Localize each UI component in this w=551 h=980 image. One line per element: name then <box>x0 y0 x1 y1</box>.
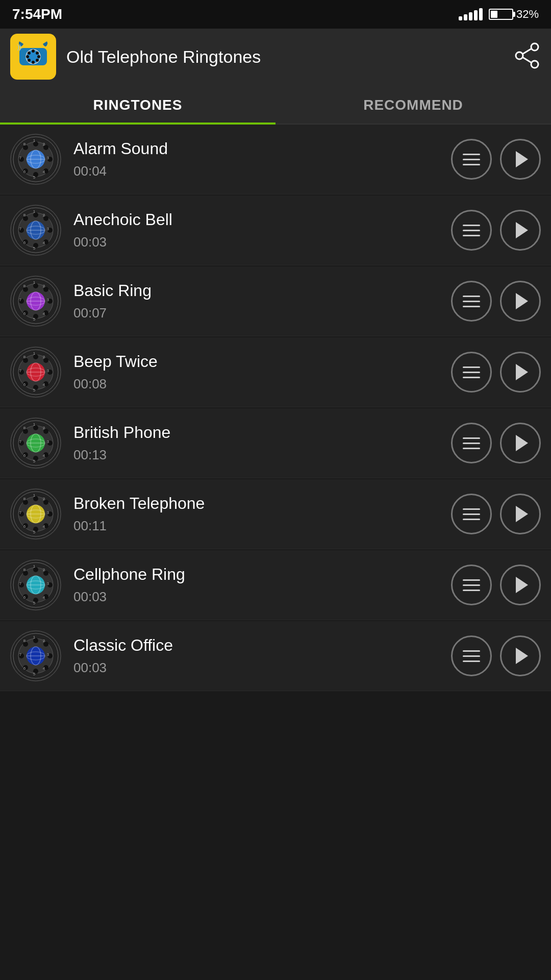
svg-point-7 <box>28 59 31 62</box>
svg-text:8: 8 <box>23 568 26 572</box>
ringtone-duration: 00:03 <box>73 234 451 250</box>
play-icon <box>516 151 528 167</box>
list-item: 1 2 3 4 5 6 7 8 Basic Ring 00:07 <box>0 266 551 336</box>
menu-icon <box>463 366 480 378</box>
svg-text:1: 1 <box>33 635 36 640</box>
menu-button[interactable] <box>451 494 492 534</box>
svg-text:3: 3 <box>47 156 49 160</box>
svg-text:3: 3 <box>47 227 49 231</box>
play-icon <box>516 222 528 238</box>
svg-text:4: 4 <box>43 382 45 387</box>
svg-text:5: 5 <box>33 388 36 393</box>
svg-text:4: 4 <box>43 524 45 529</box>
ringtone-duration: 00:03 <box>73 589 451 605</box>
ringtone-actions <box>451 281 541 322</box>
ringtone-duration: 00:13 <box>73 447 451 463</box>
svg-line-15 <box>522 48 532 54</box>
play-icon <box>516 435 528 451</box>
svg-text:5: 5 <box>33 672 36 676</box>
svg-text:8: 8 <box>23 142 26 146</box>
menu-icon <box>463 650 480 662</box>
svg-text:1: 1 <box>33 564 36 569</box>
svg-text:4: 4 <box>43 169 45 174</box>
ringtone-name: Alarm Sound <box>73 139 451 158</box>
svg-point-14 <box>531 61 538 68</box>
svg-point-9 <box>28 52 31 55</box>
svg-text:2: 2 <box>43 355 45 359</box>
play-button[interactable] <box>500 565 541 605</box>
play-button[interactable] <box>500 139 541 180</box>
battery-icon <box>489 9 513 20</box>
svg-text:1: 1 <box>33 422 36 427</box>
ringtone-duration: 00:11 <box>73 518 451 534</box>
play-button[interactable] <box>500 635 541 676</box>
ringtone-duration: 00:03 <box>73 660 451 676</box>
svg-text:8: 8 <box>23 284 26 288</box>
svg-point-13 <box>516 52 523 59</box>
svg-text:2: 2 <box>43 639 45 643</box>
app-title: Old Telephone Ringtones <box>66 47 261 67</box>
svg-text:2: 2 <box>43 142 45 146</box>
ringtone-actions <box>451 352 541 393</box>
svg-text:6: 6 <box>23 240 26 245</box>
svg-point-2 <box>32 50 35 53</box>
svg-text:8: 8 <box>23 639 26 643</box>
play-button[interactable] <box>500 352 541 393</box>
signal-icon <box>459 8 483 20</box>
svg-text:5: 5 <box>33 459 36 463</box>
ringtone-info: Alarm Sound 00:04 <box>61 139 451 179</box>
svg-text:7: 7 <box>19 652 22 657</box>
list-item: 1 2 3 4 5 6 7 8 Classic Office 00:03 <box>0 621 551 691</box>
menu-button[interactable] <box>451 423 492 463</box>
list-item: 1 2 3 4 5 6 7 8 Broken Telephone 00:11 <box>0 479 551 549</box>
list-item: 1 2 3 4 5 6 7 8 Anechoic Bell 00:03 <box>0 195 551 265</box>
list-item: 1 2 3 4 5 6 7 8 Alarm Sound 00:04 <box>0 125 551 194</box>
menu-button[interactable] <box>451 210 492 251</box>
ringtone-info: Basic Ring 00:07 <box>61 281 451 321</box>
ringtone-info: Broken Telephone 00:11 <box>61 494 451 534</box>
svg-text:8: 8 <box>23 426 26 430</box>
svg-text:7: 7 <box>19 369 22 373</box>
svg-text:4: 4 <box>43 595 45 600</box>
svg-text:8: 8 <box>23 213 26 217</box>
app-icon: ♪ )) <box>10 34 56 80</box>
ringtone-name: Beep Twice <box>73 352 451 371</box>
svg-text:6: 6 <box>23 666 26 671</box>
play-button[interactable] <box>500 281 541 322</box>
ringtone-duration: 00:04 <box>73 163 451 179</box>
svg-text:1: 1 <box>33 351 36 356</box>
svg-text:4: 4 <box>43 240 45 245</box>
ringtone-name: Basic Ring <box>73 281 451 300</box>
menu-button[interactable] <box>451 565 492 605</box>
menu-button[interactable] <box>451 352 492 393</box>
status-time: 7:54PM <box>12 6 62 22</box>
svg-text:1: 1 <box>33 280 36 285</box>
play-button[interactable] <box>500 494 541 534</box>
menu-button[interactable] <box>451 139 492 180</box>
menu-icon <box>463 154 480 165</box>
svg-point-5 <box>36 59 39 62</box>
svg-text:6: 6 <box>23 169 26 174</box>
svg-text:7: 7 <box>19 156 22 160</box>
ringtone-actions <box>451 494 541 534</box>
svg-text:4: 4 <box>43 311 45 316</box>
svg-text:7: 7 <box>19 227 22 231</box>
play-button[interactable] <box>500 210 541 251</box>
ringtone-info: British Phone 00:13 <box>61 423 451 463</box>
ringtone-actions <box>451 210 541 251</box>
share-button[interactable] <box>513 42 541 71</box>
svg-point-3 <box>36 52 39 55</box>
menu-button[interactable] <box>451 281 492 322</box>
svg-text:6: 6 <box>23 311 26 316</box>
play-icon <box>516 648 528 664</box>
play-button[interactable] <box>500 423 541 463</box>
menu-button[interactable] <box>451 635 492 676</box>
svg-text:5: 5 <box>33 530 36 534</box>
svg-text:4: 4 <box>43 666 45 671</box>
svg-point-4 <box>37 55 40 58</box>
ringtone-name: Broken Telephone <box>73 494 451 513</box>
svg-text:1: 1 <box>33 209 36 214</box>
svg-line-16 <box>522 57 532 63</box>
tab-ringtones[interactable]: RINGTONES <box>0 85 276 124</box>
tab-recommend[interactable]: RECOMMEND <box>276 85 551 124</box>
